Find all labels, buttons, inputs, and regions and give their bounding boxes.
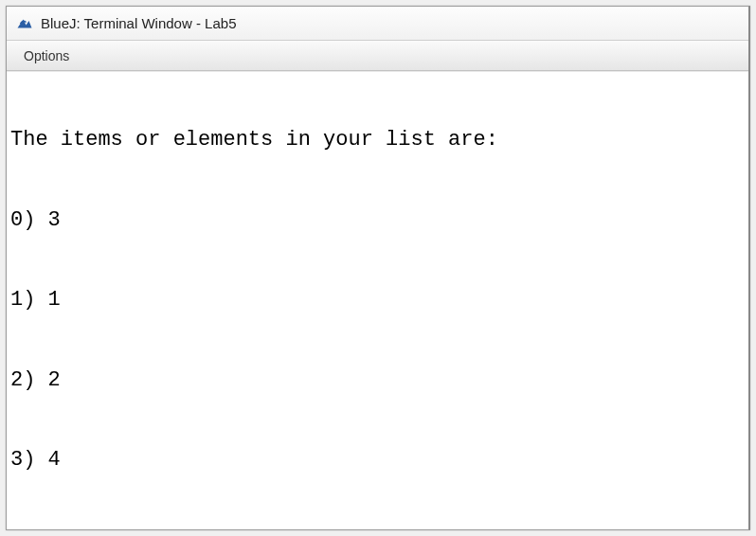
menubar: Options: [7, 41, 748, 71]
window-title: BlueJ: Terminal Window - Lab5: [41, 15, 236, 31]
bluej-app-icon: [16, 15, 33, 32]
output-header: The items or elements in your list are:: [10, 127, 745, 153]
list-item: 1) 1: [10, 287, 745, 313]
menu-options[interactable]: Options: [14, 45, 79, 67]
titlebar[interactable]: BlueJ: Terminal Window - Lab5: [7, 7, 748, 41]
terminal-window: BlueJ: Terminal Window - Lab5 Options Th…: [6, 6, 750, 530]
list-item: 0) 3: [10, 207, 745, 234]
list-item: 4) 5: [10, 527, 745, 529]
terminal-output[interactable]: The items or elements in your list are: …: [7, 71, 748, 529]
list-item: 2) 2: [10, 367, 745, 394]
list-item: 3) 4: [10, 447, 745, 473]
